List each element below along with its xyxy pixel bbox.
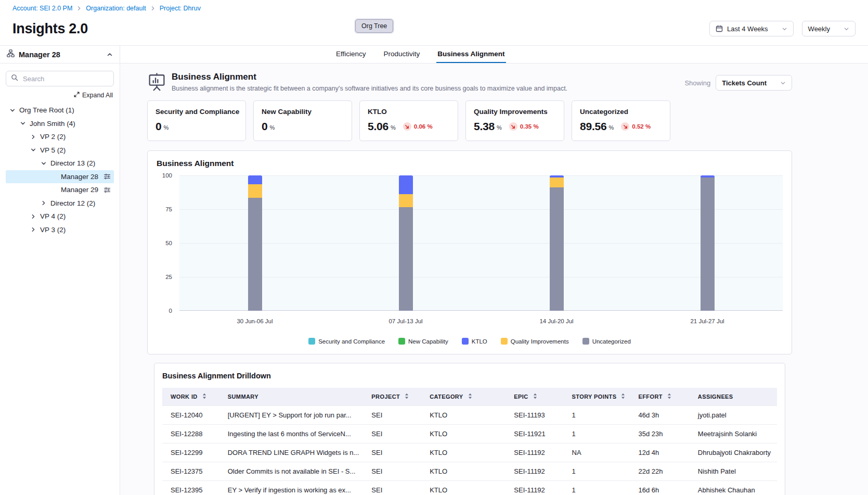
legend-item-security-and-compliance[interactable]: Security and Compliance (308, 338, 385, 345)
org-tree-button[interactable]: Org Tree (355, 19, 393, 33)
tree-item-vp-5-2[interactable]: VP 5 (2) (6, 144, 114, 157)
tree-item-org-tree-root-1[interactable]: Org Tree Root (1) (6, 104, 114, 117)
bar-segment-uncategorized[interactable] (701, 177, 715, 311)
chevron-right-icon[interactable] (30, 134, 37, 140)
breadcrumb-project[interactable]: Project: Dhruv (160, 5, 201, 12)
filter-sliders-icon[interactable] (103, 173, 111, 180)
cell-assignees: jyoti.patel (692, 406, 777, 425)
insights-tab-bar: EfficiencyProductivityBusiness Alignment (120, 46, 868, 64)
x-axis-category-label: 07 Jul-13 Jul (369, 318, 442, 324)
bar-segment-quality-improvements[interactable] (248, 184, 262, 198)
chevron-right-icon[interactable] (30, 226, 37, 233)
bar-segment-ktlo[interactable] (399, 175, 413, 194)
tree-item-vp-4-2[interactable]: VP 4 (2) (6, 210, 114, 223)
gridline (179, 243, 783, 244)
legend-item-quality-improvements[interactable]: Quality Improvements (501, 338, 569, 345)
bar-segment-quality-improvements[interactable] (550, 177, 564, 188)
search-input[interactable] (22, 74, 109, 83)
gridline (179, 277, 783, 277)
table-row-sei-12288[interactable]: SEI-12288Ingesting the last 6 months of … (162, 425, 777, 443)
column-header-epic[interactable]: EPIC (508, 388, 565, 406)
date-range-select[interactable]: Last 4 Weeks (709, 21, 794, 36)
column-header-label: EFFORT (638, 394, 662, 400)
stacked-bar-14-jul-20-jul[interactable] (550, 175, 564, 311)
showing-select[interactable]: Tickets Count (716, 75, 792, 91)
column-header-story-points[interactable]: STORY POINTS (566, 388, 632, 406)
bar-segment-uncategorized[interactable] (248, 198, 262, 311)
legend-item-new-capability[interactable]: New Capability (398, 338, 448, 345)
stat-card-title: New Capability (262, 108, 344, 116)
collapse-sidebar-chevron-up-icon[interactable] (107, 52, 113, 58)
tree-item-john-smith-4[interactable]: John Smith (4) (6, 117, 114, 131)
table-row-sei-12395[interactable]: SEI-12395EY > Verify if ingestion is wor… (162, 481, 777, 495)
chart-legend: Security and ComplianceNew CapabilityKTL… (157, 338, 783, 345)
sort-arrows-icon[interactable] (667, 393, 672, 400)
sort-arrows-icon[interactable] (468, 393, 473, 400)
bar-segment-uncategorized[interactable] (399, 207, 413, 311)
chevron-down-icon[interactable] (41, 160, 48, 167)
bar-segment-uncategorized[interactable] (550, 187, 564, 311)
cell-effort: 46d 3h (632, 406, 691, 425)
trend-down-arrow-icon (621, 122, 629, 131)
stacked-bar-07-jul-13-jul[interactable] (399, 175, 413, 311)
expand-all-button[interactable]: Expand All (7, 92, 113, 99)
legend-label: Quality Improvements (511, 338, 569, 345)
tab-business-alignment[interactable]: Business Alignment (436, 46, 506, 63)
table-row-sei-12299[interactable]: SEI-12299DORA TREND LINE GRAPH Widgets i… (162, 443, 777, 462)
sort-arrows-icon[interactable] (533, 393, 538, 400)
tree-item-vp-3-2[interactable]: VP 3 (2) (6, 223, 114, 237)
drilldown-title: Business Alignment Drilldown (162, 372, 777, 380)
sort-arrows-icon[interactable] (404, 393, 409, 400)
stat-card-delta-badge: 0.35 % (509, 122, 539, 131)
tree-item-director-13-2[interactable]: Director 13 (2) (6, 157, 114, 170)
stacked-bar-21-jul-27-jul[interactable] (701, 175, 715, 311)
chevron-down-icon[interactable] (9, 107, 17, 113)
stat-card-delta-badge: 0.06 % (403, 122, 433, 131)
cell-work-id: SEI-12375 (162, 462, 222, 481)
stacked-bar-30-jun-06-jul[interactable] (248, 175, 262, 311)
legend-item-ktlo[interactable]: KTLO (462, 338, 487, 345)
column-header-project[interactable]: PROJECT (365, 388, 423, 406)
tab-efficiency[interactable]: Efficiency (335, 46, 367, 63)
breadcrumb: Account: SEI 2.0 PM Organization: defaul… (12, 5, 856, 12)
bar-segment-quality-improvements[interactable] (399, 194, 413, 207)
chevron-right-icon[interactable] (30, 213, 37, 220)
granularity-select[interactable]: Weekly (802, 21, 856, 36)
gridline (179, 209, 783, 210)
cell-category: KTLO (423, 406, 508, 425)
drilldown-table: WORK IDSUMMARYPROJECTCATEGORYEPICSTORY P… (162, 388, 777, 495)
tree-item-manager-28[interactable]: Manager 28 (6, 170, 114, 184)
bar-segment-ktlo[interactable] (248, 175, 262, 184)
sort-arrows-icon[interactable] (202, 393, 207, 400)
showing-label: Showing (684, 79, 710, 87)
cell-project: SEI (365, 406, 423, 425)
table-row-sei-12375[interactable]: SEI-12375Older Commits is not available … (162, 462, 777, 481)
column-header-effort[interactable]: EFFORT (632, 388, 691, 406)
chevron-down-icon[interactable] (20, 120, 27, 126)
legend-item-uncategorized[interactable]: Uncategorized (582, 338, 631, 345)
legend-swatch (398, 338, 405, 345)
breadcrumb-account[interactable]: Account: SEI 2.0 PM (12, 5, 72, 12)
column-header-label: STORY POINTS (572, 394, 617, 400)
tree-item-director-12-2[interactable]: Director 12 (2) (6, 197, 114, 210)
bar-segment-ktlo[interactable] (550, 175, 564, 177)
chevron-down-icon[interactable] (30, 147, 37, 153)
sort-arrows-icon[interactable] (620, 393, 626, 400)
chevron-right-icon[interactable] (41, 200, 48, 206)
table-row-sei-12040[interactable]: SEI-12040[URGENT] EY > Support for job r… (162, 406, 777, 425)
stat-card-unit: % (391, 124, 396, 131)
tree-item-manager-29[interactable]: Manager 29 (6, 183, 114, 197)
filter-sliders-icon[interactable] (103, 186, 111, 194)
stat-card-unit: % (269, 124, 275, 131)
tree-item-vp-2-2[interactable]: VP 2 (2) (6, 130, 114, 144)
cell-project: SEI (365, 462, 423, 481)
column-header-work-id[interactable]: WORK ID (162, 388, 222, 406)
tab-productivity[interactable]: Productivity (383, 46, 421, 63)
gridline (179, 310, 783, 311)
bar-segment-ktlo[interactable] (701, 175, 715, 177)
breadcrumb-organization[interactable]: Organization: default (86, 5, 146, 12)
cell-assignees: Nishith Patel (692, 462, 777, 481)
cell-story-points: 1 (566, 481, 632, 495)
column-header-category[interactable]: CATEGORY (423, 388, 508, 406)
trend-down-arrow-icon (509, 122, 517, 131)
